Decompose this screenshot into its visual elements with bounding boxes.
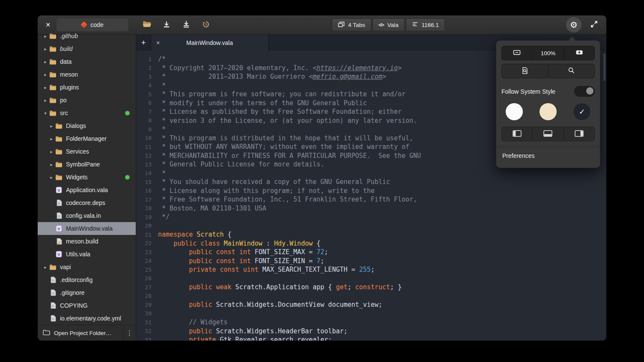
window-close-button[interactable]: ✕ xyxy=(43,20,53,30)
expand-arrow-icon[interactable]: ▸ xyxy=(42,34,49,39)
language-button[interactable]: </> Vala xyxy=(373,18,405,31)
code-line[interactable]: 24 public const int FONT_SIZE_MIN = 7; xyxy=(136,257,606,266)
sidebar-menu-button[interactable]: ⋮ xyxy=(123,325,136,341)
collapse-arrow-icon[interactable]: ▾ xyxy=(42,111,49,116)
sidebar-item-plugins[interactable]: ▸plugins xyxy=(38,81,136,94)
code-line[interactable]: 15 * You should have received a copy of … xyxy=(136,178,606,187)
file-icon xyxy=(49,289,57,296)
expand-arrow-icon[interactable]: ▸ xyxy=(42,265,49,270)
sidebar-item-dialogs[interactable]: ▸Dialogs xyxy=(38,119,136,132)
sidebar-item-application-vala[interactable]: VApplication.vala xyxy=(38,184,136,196)
open-project-folder-button[interactable]: Open Project Folder… xyxy=(38,325,123,341)
item-label: Dialogs xyxy=(66,122,136,129)
code-line[interactable]: 29 public Scratch.Widgets.DocumentView d… xyxy=(136,300,606,309)
sidebar-item-mainwindow-vala[interactable]: VMainWindow.vala xyxy=(38,222,136,235)
expand-arrow-icon[interactable]: ▸ xyxy=(48,136,55,141)
sidebar-item-src[interactable]: ▾src xyxy=(38,107,136,119)
sidebar-item-gitignore[interactable]: .gitignore xyxy=(38,286,136,299)
sidebar-item-github[interactable]: ▸.github xyxy=(38,30,136,42)
code-line[interactable]: 25 private const uint MAX_SEARCH_TEXT_LE… xyxy=(136,265,606,274)
sidebar-item-widgets[interactable]: ▸Widgets xyxy=(38,171,136,184)
expand-arrow-icon[interactable]: ▸ xyxy=(42,85,49,90)
expand-arrow-icon[interactable]: ▸ xyxy=(42,98,49,103)
code-line[interactable]: 26 xyxy=(136,274,606,283)
tabs-overview-button[interactable]: 4 Tabs xyxy=(332,18,371,31)
line-text: * modify it under the terms of the GNU G… xyxy=(158,99,367,107)
sidebar-item-services[interactable]: ▸Services xyxy=(38,145,136,158)
show-right-panel-button[interactable] xyxy=(564,127,594,141)
sidebar-item-config-vala-in[interactable]: config.vala.in xyxy=(38,209,136,222)
sidebar-item-foldermanager[interactable]: ▸FolderManager xyxy=(38,132,136,145)
find-in-files-button[interactable] xyxy=(502,64,549,78)
line-column-button[interactable]: 1166.1 xyxy=(406,18,445,31)
sidebar-item-utils-vala[interactable]: VUtils.vala xyxy=(38,248,136,261)
code-line[interactable]: 28 xyxy=(136,292,606,301)
open-file-button[interactable] xyxy=(140,18,153,31)
sidebar-item-meson-build[interactable]: meson.build xyxy=(38,235,136,248)
code-line[interactable]: 32 public Scratch.Widgets.HeaderBar tool… xyxy=(136,327,606,336)
expand-arrow-icon[interactable]: ▸ xyxy=(48,124,55,128)
code-line[interactable]: 33 private Gtk.Revealer search_revealer; xyxy=(136,335,606,341)
find-button[interactable] xyxy=(549,64,595,78)
settings-gear-button[interactable]: ⚙ xyxy=(566,17,581,33)
show-left-panel-button[interactable] xyxy=(502,127,533,141)
sidebar-item-vapi[interactable]: ▸vapi xyxy=(38,261,136,273)
code-line[interactable]: 30 xyxy=(136,309,606,318)
folder-icon xyxy=(55,123,63,129)
sidebar-item-copying[interactable]: COPYING xyxy=(38,299,136,312)
zoom-in-button[interactable] xyxy=(564,46,594,60)
save-as-button[interactable] xyxy=(180,18,193,31)
preferences-menu-item[interactable]: Preferences xyxy=(501,147,595,163)
sidebar-item-codecore-deps[interactable]: codecore.deps xyxy=(38,196,136,209)
code-line[interactable]: 18 * Boston, MA 02110-1301 USA xyxy=(136,204,606,213)
save-file-button[interactable] xyxy=(160,18,173,31)
zoom-out-button[interactable] xyxy=(502,46,532,60)
expand-arrow-icon[interactable]: ▸ xyxy=(48,175,55,180)
style-sepia-button[interactable] xyxy=(540,103,557,120)
line-number: 29 xyxy=(136,302,158,308)
item-label: src xyxy=(60,110,125,116)
code-line[interactable]: 22 public class MainWindow : Hdy.Window … xyxy=(136,239,606,248)
new-tab-button[interactable]: + xyxy=(136,35,151,51)
sidebar-item-io-elementary-code-yml[interactable]: io.elementary.code.yml xyxy=(38,312,136,325)
show-bottom-panel-button[interactable] xyxy=(533,127,564,141)
code-line[interactable]: 27 public weak Scratch.Application app {… xyxy=(136,283,606,292)
expand-arrow-icon[interactable]: ▸ xyxy=(48,149,55,154)
line-text: /* xyxy=(158,55,166,63)
sidebar-item-po[interactable]: ▸po xyxy=(38,94,136,107)
file-icon xyxy=(49,302,57,309)
tab-close-button[interactable]: ✕ xyxy=(151,40,165,46)
item-label: codecore.deps xyxy=(66,199,136,206)
code-line[interactable]: 14 * xyxy=(136,169,606,178)
expand-arrow-icon[interactable]: ▸ xyxy=(42,59,49,64)
folder-icon xyxy=(55,174,63,181)
sidebar-item-editorconfig[interactable]: .editorconfig xyxy=(38,273,136,286)
expand-arrow-icon[interactable]: ▸ xyxy=(42,47,49,51)
code-line[interactable]: 17 * Free Software Foundation, Inc., 51 … xyxy=(136,195,606,204)
code-line[interactable]: 31 // Widgets xyxy=(136,318,606,327)
zoom-level[interactable]: 100% xyxy=(532,46,564,60)
line-number: 26 xyxy=(136,275,158,282)
fullscreen-button[interactable] xyxy=(588,19,600,31)
code-line[interactable]: 23 public const int FONT_SIZE_MAX = 72; xyxy=(136,248,606,257)
line-number: 21 xyxy=(136,231,158,238)
expand-arrow-icon[interactable]: ▸ xyxy=(48,162,55,167)
sidebar-item-build[interactable]: ▸build xyxy=(38,42,136,55)
code-line[interactable]: 20 xyxy=(136,222,606,231)
tab-mainwindow-vala[interactable]: ✕ MainWindow.vala xyxy=(151,35,268,51)
sidebar-item-data[interactable]: ▸data xyxy=(38,55,136,68)
sidebar-item-symbolpane[interactable]: ▸SymbolPane xyxy=(38,158,136,171)
style-dark-button[interactable]: ✓ xyxy=(573,103,590,120)
folder-outline-icon xyxy=(43,329,50,337)
code-line[interactable]: 21namespace Scratch { xyxy=(136,230,606,239)
check-icon: ✓ xyxy=(579,107,585,116)
follow-system-style-switch[interactable] xyxy=(574,86,595,97)
scrollbar-thumb[interactable] xyxy=(603,53,605,81)
expand-arrow-icon[interactable]: ▸ xyxy=(42,72,49,77)
code-line[interactable]: 16 * License along with this program; if… xyxy=(136,187,606,196)
folder-icon xyxy=(49,110,57,116)
code-line[interactable]: 19 */ xyxy=(136,213,606,222)
sidebar-item-meson[interactable]: ▸meson xyxy=(38,68,136,81)
style-light-button[interactable] xyxy=(506,103,523,120)
history-button[interactable] xyxy=(200,18,212,31)
